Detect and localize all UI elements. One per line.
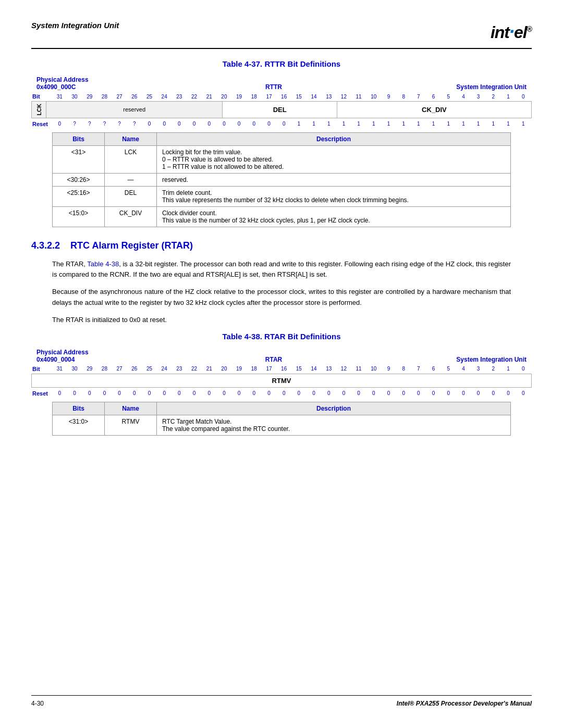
table37-bit-row: Bit 31 30 29 28 27 26 25 24 23 22 21 20 … <box>31 93 532 100</box>
table38-link: Table 4-38 <box>87 260 119 268</box>
table38-field-row: RTMV <box>32 374 532 387</box>
table37-desc-table: Bits Name Description <31> LCK Locking b… <box>52 132 511 227</box>
table37-bit-numbers: 31 30 29 28 27 26 25 24 23 22 21 20 19 1… <box>52 94 531 100</box>
header-title: System Integration Unit <box>31 21 119 30</box>
table37-bit-label: Bit <box>32 93 52 100</box>
table37-bits-header: Bits <box>53 132 105 145</box>
table38-desc-table: Bits Name Description <31:0> RTMV RTC Ta… <box>52 402 511 436</box>
name-del: DEL <box>105 186 157 206</box>
table38-name-header: Name <box>105 402 157 415</box>
intel-logo: int·el® <box>491 21 532 43</box>
table38-desc-header-row: Bits Name Description <box>53 402 511 415</box>
section-432-para2: Because of the asynchronous nature of th… <box>52 287 511 309</box>
footer-page-number: 4-30 <box>31 700 44 707</box>
table38-reg-container: RTMV <box>31 374 532 388</box>
table37-reset-values: 0 ? ? ? ? ? 0 0 0 0 0 0 0 0 0 0 1 1 1 1 … <box>52 121 531 127</box>
desc-reserved: reserved. <box>157 173 511 186</box>
desc-del: Trim delete count. This value represents… <box>157 186 511 206</box>
table37-reg-name: RTTR <box>265 83 282 91</box>
table37-reg-table: LCK reserved DEL CK_DIV <box>31 101 532 118</box>
logo-text: int <box>491 23 509 42</box>
page-footer: 4-30 Intel® PXA255 Processor Developer's… <box>31 695 532 707</box>
table38-info-row: Physical Address 0x4090_0004 RTAR System… <box>31 349 532 363</box>
reserved-field: reserved <box>46 102 223 118</box>
table37-field-row: LCK reserved DEL CK_DIV <box>32 102 532 118</box>
page: System Integration Unit int·el® Table 4-… <box>0 0 563 728</box>
desc-lck: Locking bit for the trim value. 0 – RTTR… <box>157 145 511 173</box>
table-row: <25:16> DEL Trim delete count. This valu… <box>53 186 511 206</box>
table38-pa-value: 0x4090_0004 <box>36 356 115 363</box>
table38-desc-container: Bits Name Description <31:0> RTMV RTC Ta… <box>52 402 511 436</box>
rtmv-field: RTMV <box>32 374 532 387</box>
bits-3026: <30:26> <box>53 173 105 186</box>
table37-info-row: Physical Address 0x4090_000C RTTR System… <box>31 76 532 91</box>
logo-suffix: el <box>514 23 527 42</box>
table38-bit-numbers: 31 30 29 28 27 26 25 24 23 22 21 20 19 1… <box>52 366 531 372</box>
logo-dot: · <box>509 21 514 42</box>
table37-reset-row: Reset 0 ? ? ? ? ? 0 0 0 0 0 0 0 0 0 0 1 … <box>31 121 532 127</box>
table37-desc-container: Bits Name Description <31> LCK Locking b… <box>52 132 511 227</box>
name-reserved: — <box>105 173 157 186</box>
section-432-body: The RTAR, Table 4-38, is a 32-bit regist… <box>52 259 511 326</box>
table38-pa-label: Physical Address <box>36 349 115 356</box>
table38-reg-name: RTAR <box>265 356 282 363</box>
table38-reg-table: RTMV <box>31 374 532 388</box>
section-432-para1: The RTAR, Table 4-38, is a 32-bit regist… <box>52 259 511 281</box>
table37-reset-label: Reset <box>32 121 52 127</box>
table38-reset-values: 0 0 0 0 0 0 0 0 0 0 0 0 0 0 0 0 0 0 0 0 … <box>52 390 531 396</box>
table38-sys-unit: System Integration Unit <box>433 356 527 363</box>
logo-reg: ® <box>527 25 532 33</box>
lck-field: LCK <box>32 102 46 118</box>
table38-title: Table 4-38. RTAR Bit Definitions <box>31 332 532 341</box>
name-rtmv: RTMV <box>105 415 157 435</box>
footer-manual-name: Intel® PXA255 Processor Developer's Manu… <box>397 700 532 707</box>
table37-reg-container: LCK reserved DEL CK_DIV <box>31 101 532 118</box>
table38-bits-header: Bits <box>53 402 105 415</box>
table37-desc-header: Description <box>157 132 511 145</box>
desc-ckdiv: Clock divider count. This value is the n… <box>157 206 511 227</box>
name-ckdiv: CK_DIV <box>105 206 157 227</box>
name-lck: LCK <box>105 145 157 173</box>
bits-310: <31:0> <box>53 415 105 435</box>
section-432-name: RTC Alarm Register (RTAR) <box>70 240 193 251</box>
table38-desc-header: Description <box>157 402 511 415</box>
table37-sys-unit: System Integration Unit <box>433 83 527 91</box>
ckdiv-field: CK_DIV <box>337 102 531 118</box>
del-field: DEL <box>223 102 337 118</box>
table38-bit-row: Bit 31 30 29 28 27 26 25 24 23 22 21 20 … <box>31 366 532 372</box>
table37-title: Table 4-37. RTTR Bit Definitions <box>31 59 532 68</box>
bits-31: <31> <box>53 145 105 173</box>
table38-reset-label: Reset <box>32 390 52 397</box>
table37-pa-label: Physical Address <box>36 76 115 83</box>
table-row: <31:0> RTMV RTC Target Match Value. The … <box>53 415 511 435</box>
table38-physical-address: Physical Address 0x4090_0004 <box>36 349 115 363</box>
table-row: <31> LCK Locking bit for the trim value.… <box>53 145 511 173</box>
section-432-number: 4.3.2.2 <box>31 240 60 251</box>
bits-2516: <25:16> <box>53 186 105 206</box>
section-432-para3: The RTAR is initialized to 0x0 at reset. <box>52 315 511 326</box>
table-row: <15:0> CK_DIV Clock divider count. This … <box>53 206 511 227</box>
table38-bit-label: Bit <box>32 366 52 372</box>
page-header: System Integration Unit int·el® <box>31 21 532 49</box>
table37-name-header: Name <box>105 132 157 145</box>
table37-physical-address: Physical Address 0x4090_000C <box>36 76 115 91</box>
table38-reset-row: Reset 0 0 0 0 0 0 0 0 0 0 0 0 0 0 0 0 0 … <box>31 390 532 397</box>
section-432-title: 4.3.2.2 RTC Alarm Register (RTAR) <box>31 240 532 251</box>
table37-desc-header-row: Bits Name Description <box>53 132 511 145</box>
table-row: <30:26> — reserved. <box>53 173 511 186</box>
desc-rtmv: RTC Target Match Value. The value compar… <box>157 415 511 435</box>
table37-pa-value: 0x4090_000C <box>36 83 115 91</box>
bits-150: <15:0> <box>53 206 105 227</box>
